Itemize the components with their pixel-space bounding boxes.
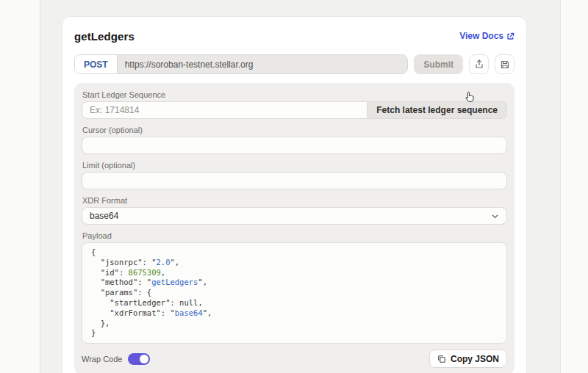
xdr-format-select[interactable]: base64 xyxy=(82,207,507,225)
left-page-gutter xyxy=(0,0,40,373)
request-url-field[interactable]: https://soroban-testnet.stellar.org xyxy=(118,55,408,73)
fetch-latest-ledger-button[interactable]: Fetch latest ledger sequence xyxy=(368,101,507,119)
cursor-label: Cursor (optional) xyxy=(82,126,507,134)
cursor-field: Cursor (optional) xyxy=(82,126,507,154)
copy-json-label: Copy JSON xyxy=(451,354,499,364)
right-page-gutter xyxy=(560,0,588,373)
limit-field: Limit (optional) xyxy=(82,161,507,189)
external-link-icon xyxy=(506,32,514,40)
payload-code: { "jsonrpc": "2.0", "id": 8675309, "meth… xyxy=(82,242,507,344)
payload-field: Payload { "jsonrpc": "2.0", "id": 867530… xyxy=(82,231,507,344)
copy-icon xyxy=(437,355,446,363)
panel-footer: Wrap Code Copy JSON xyxy=(82,350,507,368)
limit-input[interactable] xyxy=(82,172,507,189)
http-method-badge: POST xyxy=(75,55,118,73)
start-ledger-label: Start Ledger Sequence xyxy=(82,90,507,99)
wrap-code-group: Wrap Code xyxy=(82,353,150,365)
view-docs-label: View Docs xyxy=(459,31,503,41)
wrap-code-label: Wrap Code xyxy=(82,355,122,363)
xdr-format-value: base64 xyxy=(90,211,118,221)
toggle-knob xyxy=(140,355,148,363)
xdr-format-label: XDR Format xyxy=(82,196,507,205)
chevron-down-icon xyxy=(491,212,499,220)
save-icon xyxy=(501,60,509,69)
params-panel: Start Ledger Sequence Fetch latest ledge… xyxy=(74,83,514,373)
submit-button[interactable]: Submit xyxy=(414,54,463,74)
method-card: getLedgers View Docs POST https://soroba… xyxy=(62,16,527,373)
share-icon xyxy=(475,59,484,69)
start-ledger-field: Start Ledger Sequence Fetch latest ledge… xyxy=(82,90,507,119)
request-bar: POST https://soroban-testnet.stellar.org… xyxy=(74,54,514,74)
limit-label: Limit (optional) xyxy=(82,161,507,170)
cursor-input[interactable] xyxy=(82,137,507,154)
view-docs-link[interactable]: View Docs xyxy=(459,31,514,41)
start-ledger-input[interactable] xyxy=(82,101,368,119)
share-button[interactable] xyxy=(469,54,489,74)
save-button[interactable] xyxy=(495,54,514,74)
wrap-code-toggle[interactable] xyxy=(128,353,150,365)
request-url-group: POST https://soroban-testnet.stellar.org xyxy=(74,54,408,74)
xdr-format-field: XDR Format base64 xyxy=(82,196,507,225)
page-title: getLedgers xyxy=(74,30,135,43)
payload-label: Payload xyxy=(82,231,507,240)
card-header: getLedgers View Docs xyxy=(74,27,514,45)
copy-json-button[interactable]: Copy JSON xyxy=(429,350,507,368)
